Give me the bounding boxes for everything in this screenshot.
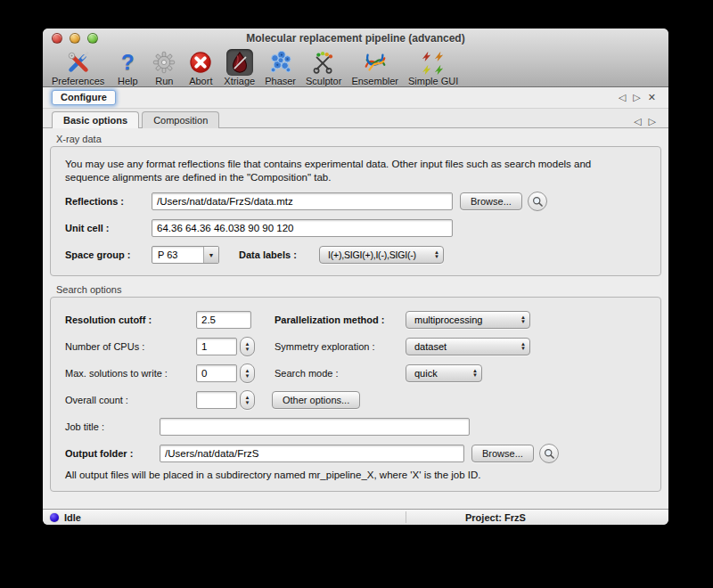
toolbar-item-abort[interactable]: Abort [185,49,216,86]
unit-cell-input[interactable] [152,219,453,237]
job-title-input[interactable] [160,418,470,436]
space-group-combo[interactable]: P 63 ▼ [152,246,219,264]
updown-arrows-icon: ▲▼ [434,250,439,259]
preferences-tools-icon [65,49,92,76]
resolution-input[interactable] [196,311,251,329]
status-bar: Idle Project: FrzS [43,509,668,525]
minimize-window-button[interactable] [70,33,80,44]
space-group-value: P 63 [152,247,203,263]
toolbar-label: Help [118,76,138,86]
xray-group-box: You may use any format reflections file … [50,146,661,276]
output-folder-input[interactable] [160,445,464,462]
magnifier-icon [531,195,544,208]
toolbar-item-help[interactable]: ? Help [112,49,143,86]
other-options-button[interactable]: Other options... [272,391,360,409]
close-window-button[interactable] [52,33,62,44]
xtriage-icon [226,49,253,76]
reflections-inspect-button[interactable] [528,192,547,211]
tab-scroll-right-icon[interactable]: ▷ [645,116,660,127]
toolbar-label: Sculptor [306,76,341,86]
output-folder-row: Output folder : Browse... [65,444,646,463]
basic-options-panel: X-ray data You may use any format reflec… [43,128,668,509]
resolution-row: Resolution cutoff : Parallelization meth… [65,310,646,330]
magnifier-icon [543,447,555,460]
toolbar-item-ensembler[interactable]: Ensembler [349,49,400,86]
output-folder-browse-button[interactable]: Browse... [471,445,534,462]
statusbar-divider [406,511,406,523]
data-labels-popup[interactable]: I(+),SIGI(+),I(-),SIGI(-) ▲▼ [319,246,444,264]
parallelization-label: Parallelization method : [275,314,406,325]
abort-icon [187,49,214,76]
search-group-box: Resolution cutoff : Parallelization meth… [50,297,661,492]
cpus-label: Number of CPUs : [65,341,196,352]
tab-scroll-left-icon[interactable]: ◁ [630,116,644,127]
tab-composition[interactable]: Composition [142,111,219,128]
toolbar-item-simple-gui[interactable]: Simple GUI [406,49,460,86]
toolbar-item-phaser[interactable]: Phaser [263,49,298,86]
search-group-label: Search options [56,284,661,295]
toolbar-label: Xtriage [224,76,255,86]
window-title: Molecular replacement pipeline (advanced… [246,32,464,45]
toolbar-label: Phaser [265,76,296,86]
tab-scroll-left-icon[interactable]: ◁ [615,92,629,103]
simple-gui-icon [420,49,447,76]
job-title-label: Job title : [65,421,160,432]
updown-arrows-icon: ▲▼ [520,342,526,351]
updown-arrows-icon: ▲▼ [472,369,478,378]
space-group-row: Space group : P 63 ▼ Data labels : I(+),… [65,245,646,265]
output-folder-label: Output folder : [65,448,160,459]
toolbar-item-xtriage[interactable]: Xtriage [222,49,257,86]
symmetry-label: Symmetry exploration : [275,341,406,352]
space-group-label: Space group : [65,249,152,260]
parallelization-popup[interactable]: multiprocessing ▲▼ [406,311,530,329]
cpus-row: Number of CPUs : ▲▼ Symmetry exploration… [65,337,646,356]
toolbar-label: Simple GUI [408,76,458,86]
toolbar-label: Preferences [52,76,104,86]
max-solutions-row: Max. solutions to write : ▲▼ Search mode… [65,363,646,383]
tab-scroll-right-icon[interactable]: ▷ [629,92,643,103]
titlebar[interactable]: Molecular replacement pipeline (advanced… [43,29,668,48]
search-mode-popup[interactable]: quick ▲▼ [406,364,482,382]
data-labels-label: Data labels : [239,249,319,260]
symmetry-popup[interactable]: dataset ▲▼ [406,338,530,355]
resolution-label: Resolution cutoff : [65,314,196,325]
toolbar-item-preferences[interactable]: Preferences [50,49,106,86]
toolbar: Preferences ? Help [43,48,668,86]
toolbar-label: Abort [189,76,212,86]
project-label: Project: FrzS [465,512,526,523]
window-chrome: Molecular replacement pipeline (advanced… [43,29,668,87]
chevron-down-icon: ▼ [203,247,218,263]
max-solutions-input[interactable] [196,364,237,382]
search-mode-label: Search mode : [275,368,406,379]
tab-basic-options[interactable]: Basic options [52,111,139,128]
reflections-row: Reflections : Browse... [65,192,646,211]
tab-close-icon[interactable]: ✕ [644,92,660,103]
reflections-input[interactable] [152,192,453,210]
app-window: Molecular replacement pipeline (advanced… [43,29,668,525]
reflections-label: Reflections : [65,196,152,207]
zoom-window-button[interactable] [87,33,98,44]
screenshot-canvas: Molecular replacement pipeline (advanced… [0,0,713,588]
help-icon: ? [114,49,141,76]
xray-group-label: X-ray data [56,134,661,144]
reflections-browse-button[interactable]: Browse... [460,192,522,210]
output-folder-inspect-button[interactable] [539,444,559,463]
status-text: Idle [64,512,81,523]
max-solutions-stepper[interactable]: ▲▼ [240,363,255,383]
toolbar-label: Run [155,76,173,86]
overall-count-stepper[interactable]: ▲▼ [240,390,255,410]
options-tabs-row: Basic options Composition ◁ ▷ [43,109,668,128]
sculptor-icon [310,49,337,76]
tab-configure[interactable]: Configure [52,90,116,105]
job-title-row: Job title : [65,417,646,437]
overall-count-label: Overall count : [65,395,196,405]
ensembler-icon [362,49,389,76]
status-indicator-icon [50,513,59,522]
toolbar-item-sculptor[interactable]: Sculptor [304,49,343,86]
toolbar-item-run[interactable]: Run [149,49,179,86]
updown-arrows-icon: ▲▼ [520,315,526,324]
cpus-input[interactable] [196,338,237,355]
cpus-stepper[interactable]: ▲▼ [240,337,255,356]
overall-count-input[interactable] [196,391,237,409]
unit-cell-row: Unit cell : [65,218,646,238]
